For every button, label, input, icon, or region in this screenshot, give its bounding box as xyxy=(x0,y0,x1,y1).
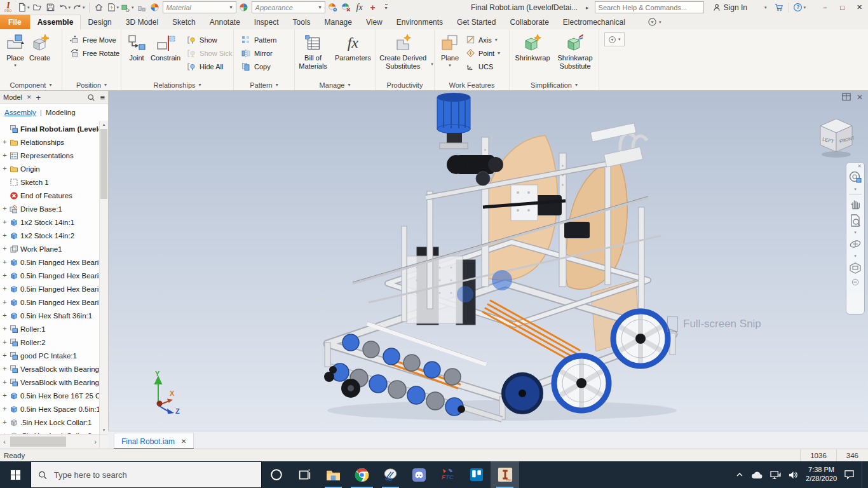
ribbon-tab-design[interactable]: Design xyxy=(81,15,118,29)
save-button[interactable] xyxy=(45,1,57,14)
taskbar-search-input[interactable] xyxy=(53,470,254,480)
document-tab-close-icon[interactable]: ✕ xyxy=(181,438,186,445)
tree-vertical-scrollbar[interactable]: ▴ ▾ xyxy=(99,121,108,434)
tree-item[interactable]: End of Features xyxy=(0,189,100,202)
robot-model[interactable] xyxy=(292,91,686,431)
tree-item[interactable]: +VersaBlock with Bearings xyxy=(0,362,100,376)
constraint-settings-button[interactable] xyxy=(136,1,147,14)
close-view-icon[interactable]: ✕ xyxy=(857,93,863,102)
ftc-app-button[interactable]: FTC xyxy=(433,461,462,488)
tree-item[interactable]: +1x2 Stock 14in:1 xyxy=(0,215,100,229)
tree-item[interactable]: +Work Plane1 xyxy=(0,242,100,255)
tree-item[interactable]: +Roller:2 xyxy=(0,336,100,349)
new-file-button[interactable]: ▾ xyxy=(17,1,30,14)
tree-item[interactable]: Final Robot.iam (Levelof xyxy=(0,122,100,135)
copy-button[interactable]: Copy xyxy=(241,61,276,72)
mirror-button[interactable]: Mirror xyxy=(241,48,276,58)
point-button[interactable]: Point▾ xyxy=(466,48,500,58)
place-button[interactable]: Place ▾ xyxy=(3,31,27,68)
tree-item[interactable]: +VersaBlock with Bearings xyxy=(0,376,100,389)
tree-item[interactable]: +0.5in Flanged Hex Bearin xyxy=(0,295,100,309)
pan-icon[interactable] xyxy=(848,197,862,211)
tree-item[interactable]: +0.5in Hex Bore 16T 25 Cl xyxy=(0,389,100,402)
adjust-appearance-button[interactable] xyxy=(327,1,339,14)
panel-add-icon[interactable]: + xyxy=(36,93,41,102)
expand-icon[interactable]: + xyxy=(2,245,8,252)
show-button[interactable]: Show xyxy=(186,34,232,45)
snipping-tool-button[interactable] xyxy=(376,461,405,488)
open-file-button[interactable] xyxy=(32,1,43,14)
ribbon-tab-collaborate[interactable]: Collaborate xyxy=(503,15,555,29)
tree-item[interactable]: Sketch 1 xyxy=(0,175,100,189)
axis-button[interactable]: Axis▾ xyxy=(466,34,500,45)
scroll-right-icon[interactable]: › xyxy=(91,438,100,445)
material-select[interactable]: Material ▾ xyxy=(163,1,236,13)
taskbar-search[interactable] xyxy=(31,461,262,488)
ribbon-tab-3d-model[interactable]: 3D Model xyxy=(119,15,165,29)
taskbar-clock[interactable]: 7:38 PM 2/28/2020 xyxy=(806,466,837,484)
document-tab-final-robot[interactable]: Final Robot.iam ✕ xyxy=(114,433,194,449)
tree-item[interactable]: +good PC Intake:1 xyxy=(0,349,100,362)
scrollbar-thumb[interactable] xyxy=(100,129,107,199)
joint-button[interactable]: Joint xyxy=(125,31,149,63)
ribbon-group-label-position[interactable]: Position▾ xyxy=(62,79,121,90)
start-button[interactable] xyxy=(0,461,31,488)
expand-icon[interactable]: + xyxy=(2,259,8,266)
home-view-button[interactable] xyxy=(93,1,105,14)
ribbon-tab-view[interactable]: View xyxy=(359,15,390,29)
tree-item[interactable]: +0.5in Flanged Hex Bearin xyxy=(0,255,100,269)
tree-item[interactable]: +0.5in Flanged Hex Bearin xyxy=(0,282,100,295)
volume-icon[interactable] xyxy=(788,470,799,480)
ribbon-tab-tools[interactable]: Tools xyxy=(286,15,318,29)
show-sick-button[interactable]: Show Sick xyxy=(186,48,232,58)
free-move-button[interactable]: Free Move xyxy=(69,34,119,45)
tree-item[interactable]: +0.5in Hex Spacer 0.5in:1 xyxy=(0,402,100,416)
split-view-icon[interactable] xyxy=(842,93,851,102)
tab-assembly[interactable]: Assembly xyxy=(4,109,36,116)
expand-icon[interactable]: + xyxy=(2,205,8,212)
onedrive-icon[interactable] xyxy=(750,471,763,479)
tab-modeling[interactable]: Modeling xyxy=(46,109,76,116)
ribbon-display-options-button[interactable]: ▾ xyxy=(644,15,665,29)
expand-icon[interactable]: + xyxy=(2,165,8,172)
parameters-button[interactable]: fx Parameters xyxy=(333,31,373,63)
scroll-up-icon[interactable]: ▴ xyxy=(100,121,108,128)
expand-icon[interactable]: + xyxy=(2,232,8,239)
look-at-icon[interactable] xyxy=(848,261,862,274)
chrome-button[interactable] xyxy=(348,461,376,488)
model-viewport[interactable]: ✕ LEFT FRONT ✕ ▾ ▾ ▾ xyxy=(108,91,868,431)
ribbon-tab-environments[interactable]: Environments xyxy=(390,15,450,29)
expand-icon[interactable]: + xyxy=(2,352,8,359)
navbar-minimize-icon[interactable] xyxy=(851,278,859,286)
signin-dropdown-icon[interactable]: ▾ xyxy=(764,5,767,10)
expand-icon[interactable]: + xyxy=(2,152,8,159)
ribbon-group-label-productivity[interactable]: Productivity xyxy=(376,79,434,90)
tree-item[interactable]: +0.5in Flanged Hex Bearin xyxy=(0,269,100,282)
expand-icon[interactable]: + xyxy=(2,272,8,279)
tray-expand-icon[interactable] xyxy=(736,471,743,478)
create-derived-substitutes-button[interactable]: Create Derived Substitutes xyxy=(376,31,430,71)
navbar-close-icon[interactable]: ✕ xyxy=(857,163,862,169)
discord-button[interactable] xyxy=(405,461,433,488)
expand-icon[interactable]: + xyxy=(2,379,8,386)
ribbon-group-label-work-features[interactable]: Work Features xyxy=(435,79,509,90)
sign-in-button[interactable]: Sign In xyxy=(712,3,747,12)
trello-button[interactable] xyxy=(462,461,491,488)
task-view-button[interactable] xyxy=(290,461,319,488)
ribbon-tab-annotate[interactable]: Annotate xyxy=(203,15,247,29)
ribbon-tab-inspect[interactable]: Inspect xyxy=(247,15,286,29)
panel-close-icon[interactable]: ✕ xyxy=(27,94,32,100)
free-rotate-button[interactable]: Free Rotate xyxy=(69,48,119,58)
action-center-icon[interactable] xyxy=(844,470,855,480)
expand-icon[interactable]: + xyxy=(2,392,8,399)
tree-item[interactable]: +Representations xyxy=(0,149,100,162)
tree-item[interactable]: +1x2 Stock 14in:2 xyxy=(0,229,100,242)
undo-button[interactable]: ▾ xyxy=(58,1,71,14)
file-explorer-button[interactable] xyxy=(319,461,348,488)
ribbon-group-label-pattern[interactable]: Pattern▾ xyxy=(234,79,294,90)
pattern-button[interactable]: Pattern xyxy=(241,34,276,45)
create-button[interactable]: Create xyxy=(27,31,52,63)
store-button[interactable] xyxy=(773,1,785,14)
measure-button[interactable]: + xyxy=(367,1,379,14)
expand-icon[interactable]: + xyxy=(2,285,8,292)
